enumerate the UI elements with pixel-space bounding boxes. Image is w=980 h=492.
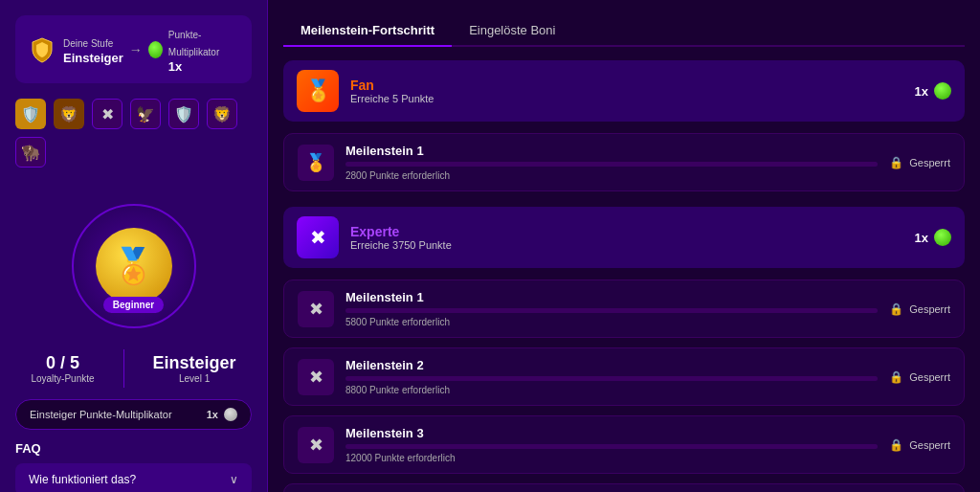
stats-row: 0 / 5 Loyalty-Punkte Einsteiger Level 1 bbox=[15, 349, 252, 388]
experte-milestone-4: ✖ Meilenstein 4 15500 Punkte erforderlic… bbox=[283, 483, 965, 492]
experte-milestone-1: ✖ Meilenstein 1 5800 Punkte erforderlich… bbox=[283, 280, 965, 338]
pill-right: 1x bbox=[207, 408, 237, 421]
fan-ms-subtitle-1: 2800 Punkte erforderlich bbox=[345, 170, 878, 181]
experte-multiplier: 1x bbox=[915, 229, 951, 246]
multiplier-block: Punkte-Multiplikator 1x bbox=[148, 25, 238, 74]
pill-label: Einsteiger Punkte-Multiplikator bbox=[30, 409, 172, 420]
experte-ms-lock-1: Gesperrt bbox=[909, 303, 950, 315]
multiplier-value: 1x bbox=[168, 59, 238, 74]
experte-ms-title-2: Meilenstein 2 bbox=[345, 358, 878, 372]
fan-multiplier: 1x bbox=[915, 82, 951, 100]
experte-mult-value: 1x bbox=[915, 231, 928, 245]
your-level-block: Deine Stufe Einsteiger bbox=[63, 34, 123, 65]
faq-question: Wie funktioniert das? bbox=[29, 473, 136, 486]
avatar-label: Beginner bbox=[103, 297, 164, 313]
experte-ms-content-1: Meilenstein 1 5800 Punkte erforderlich bbox=[345, 290, 878, 327]
fan-green-ball-icon bbox=[934, 82, 951, 100]
experte-lock-icon-2: 🔒 bbox=[889, 370, 903, 384]
fan-mult-value: 1x bbox=[915, 84, 928, 99]
avatar-inner: 🏅 bbox=[96, 228, 172, 304]
experte-ms-title-1: Meilenstein 1 bbox=[345, 290, 878, 304]
multiplier-pill: Einsteiger Punkte-Multiplikator 1x bbox=[15, 399, 252, 430]
experte-ms-progress-bar-1 bbox=[345, 308, 878, 313]
your-level-label: Deine Stufe bbox=[63, 38, 113, 49]
fan-subtitle: Erreiche 5 Punkte bbox=[350, 93, 434, 104]
category-left-fan: 🏅 Fan Erreiche 5 Punkte bbox=[297, 70, 434, 112]
faq-title: FAQ bbox=[15, 441, 252, 456]
right-panel: Meilenstein-Fortschritt Eingelöste Boni … bbox=[268, 0, 980, 492]
experte-subtitle: Erreiche 3750 Punkte bbox=[350, 239, 452, 251]
points-block: 0 / 5 Loyalty-Punkte bbox=[31, 353, 94, 384]
level-block: Einsteiger Level 1 bbox=[153, 353, 236, 384]
experte-ms-progress-bar-3 bbox=[345, 444, 878, 449]
experte-ms-right-2: 🔒 Gesperrt bbox=[889, 370, 950, 384]
faq-item[interactable]: Wie funktioniert das? ∨ bbox=[15, 463, 252, 492]
fan-category-text: Fan Erreiche 5 Punkte bbox=[350, 78, 434, 104]
green-ball-icon bbox=[148, 41, 163, 58]
experte-milestone-2: ✖ Meilenstein 2 8800 Punkte erforderlich… bbox=[283, 347, 965, 406]
avatar-container: 🏅 Beginner bbox=[15, 194, 252, 338]
fan-title: Fan bbox=[350, 78, 434, 93]
level-left: Deine Stufe Einsteiger bbox=[29, 34, 123, 65]
level-shield-icon bbox=[29, 36, 56, 63]
experte-ms-icon-1: ✖ bbox=[298, 291, 334, 327]
badge-icon-5: 🦁 bbox=[207, 99, 237, 129]
experte-ms-right-3: 🔒 Gesperrt bbox=[889, 438, 950, 452]
points-value: 0 / 5 bbox=[31, 353, 94, 373]
category-left-experte: ✖ Experte Erreiche 3750 Punkte bbox=[297, 216, 452, 258]
level-name-value: Einsteiger bbox=[153, 353, 236, 373]
experte-ms-content-2: Meilenstein 2 8800 Punkte erforderlich bbox=[345, 358, 878, 395]
stat-divider bbox=[123, 349, 124, 388]
avatar-circle: 🏅 Beginner bbox=[72, 204, 196, 328]
category-card-experte: ✖ Experte Erreiche 3750 Punkte 1x bbox=[283, 207, 965, 268]
badge-icon-6: 🦬 bbox=[15, 137, 46, 168]
fan-ms-lock-label-1: Gesperrt bbox=[909, 157, 950, 168]
badge-icon-1: 🦁 bbox=[54, 99, 84, 129]
experte-ms-subtitle-3: 12000 Punkte erforderlich bbox=[345, 453, 878, 463]
your-level-value: Einsteiger bbox=[63, 51, 123, 65]
multiplier-text-block: Punkte-Multiplikator 1x bbox=[168, 25, 238, 74]
tab-meilenstein-fortschritt[interactable]: Meilenstein-Fortschritt bbox=[283, 15, 452, 47]
experte-milestone-3: ✖ Meilenstein 3 12000 Punkte erforderlic… bbox=[283, 415, 965, 474]
experte-ms-title-3: Meilenstein 3 bbox=[345, 426, 878, 440]
tab-eingeloeste-boni[interactable]: Eingelöste Boni bbox=[452, 15, 572, 47]
badges-row: 🛡️ 🦁 ✖ 🦅 🛡️ 🦁 🦬 bbox=[15, 95, 252, 171]
pill-value: 1x bbox=[207, 409, 218, 420]
badge-icon-2: ✖ bbox=[92, 99, 122, 129]
experte-ms-progress-bar-2 bbox=[345, 376, 878, 381]
faq-section: FAQ Wie funktioniert das? ∨ bbox=[15, 441, 252, 492]
arrow-icon: → bbox=[129, 42, 143, 57]
multiplier-label: Punkte-Multiplikator bbox=[168, 30, 219, 57]
points-label: Loyalty-Punkte bbox=[31, 373, 94, 384]
fan-ms-content-1: Meilenstein 1 2800 Punkte erforderlich bbox=[345, 144, 878, 181]
experte-lock-icon-1: 🔒 bbox=[889, 302, 903, 316]
milestone-section: 🏅 Fan Erreiche 5 Punkte 1x 🏅 Meilenstein… bbox=[283, 60, 965, 492]
experte-lock-icon-3: 🔒 bbox=[889, 438, 903, 452]
fan-category-icon: 🏅 bbox=[297, 70, 339, 112]
badge-icon-0: 🛡️ bbox=[15, 99, 46, 129]
experte-ms-icon-2: ✖ bbox=[298, 359, 334, 395]
experte-ms-content-3: Meilenstein 3 12000 Punkte erforderlich bbox=[345, 426, 878, 463]
experte-green-ball-icon bbox=[934, 229, 951, 246]
lock-icon-1: 🔒 bbox=[889, 156, 903, 169]
chevron-down-icon: ∨ bbox=[230, 473, 238, 486]
experte-ms-right-1: 🔒 Gesperrt bbox=[889, 302, 950, 316]
fan-ms-title-1: Meilenstein 1 bbox=[345, 144, 878, 158]
experte-title: Experte bbox=[350, 224, 452, 239]
experte-ms-lock-2: Gesperrt bbox=[909, 371, 950, 383]
experte-category-text: Experte Erreiche 3750 Punkte bbox=[350, 224, 452, 251]
badge-icon-3: 🦅 bbox=[130, 99, 161, 129]
fan-ms-right-1: 🔒 Gesperrt bbox=[889, 156, 950, 169]
level-label: Level 1 bbox=[153, 373, 236, 384]
fan-milestone-1: 🏅 Meilenstein 1 2800 Punkte erforderlich… bbox=[283, 133, 965, 191]
tabs-row: Meilenstein-Fortschritt Eingelöste Boni bbox=[283, 15, 965, 47]
experte-ms-subtitle-1: 5800 Punkte erforderlich bbox=[345, 317, 878, 327]
fan-ms-progress-bar-1 bbox=[345, 162, 878, 167]
experte-category-icon: ✖ bbox=[297, 216, 339, 258]
badge-icon-4: 🛡️ bbox=[168, 99, 199, 129]
experte-ms-lock-3: Gesperrt bbox=[909, 439, 950, 451]
experte-ms-icon-3: ✖ bbox=[298, 427, 334, 463]
experte-ms-subtitle-2: 8800 Punkte erforderlich bbox=[345, 385, 878, 395]
gray-ball-icon bbox=[224, 408, 237, 421]
category-card-fan: 🏅 Fan Erreiche 5 Punkte 1x bbox=[283, 60, 965, 122]
